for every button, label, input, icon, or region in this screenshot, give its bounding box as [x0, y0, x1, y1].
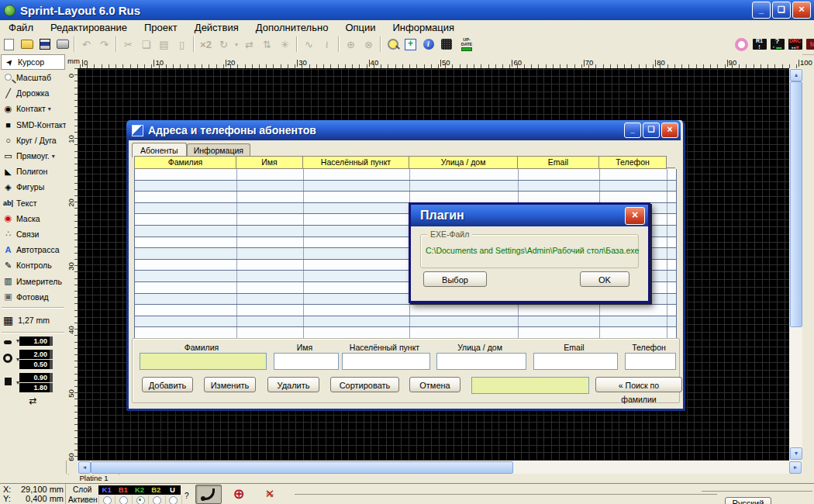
column-header-town[interactable]: Населённый пункт: [303, 156, 409, 169]
radio-layer-U[interactable]: [169, 496, 178, 504]
sidebar-tool-connections[interactable]: ∴Связи: [0, 226, 66, 242]
grid-selector[interactable]: ▦ 1,27 mm: [0, 311, 66, 330]
plugin-close-button[interactable]: ×: [625, 207, 645, 225]
dialog-maximize-button[interactable]: ❏: [643, 123, 660, 138]
dialog-minimize-button[interactable]: _: [624, 123, 641, 138]
scroll-left-button[interactable]: ◂: [78, 461, 91, 474]
table-row[interactable]: [135, 305, 676, 316]
layer-U[interactable]: U: [164, 485, 181, 495]
scroll-right-button[interactable]: ▸: [789, 461, 802, 474]
component-label-button[interactable]: R1!: [750, 36, 768, 53]
sidebar-tool-smd-pad[interactable]: ■SMD-Контакт: [0, 117, 66, 133]
horizontal-scrollbar[interactable]: ◂ ▸: [78, 461, 802, 474]
add-button[interactable]: Добавить: [142, 377, 193, 392]
rubberband-off-button[interactable]: ∿✕: [257, 485, 282, 502]
horizontal-scroll-thumb[interactable]: [91, 461, 513, 474]
sidebar-tool-test[interactable]: ✎Контроль: [0, 257, 66, 273]
column-header-surname[interactable]: Фамилия: [134, 156, 236, 169]
table-row[interactable]: [135, 169, 676, 181]
scroll-up-button[interactable]: ▴: [790, 69, 802, 81]
menu-item-options[interactable]: Опции: [336, 22, 384, 33]
sidebar-tool-photoview[interactable]: ▣Фотовид: [0, 289, 66, 305]
dialog-titlebar[interactable]: Адреса и телефоны абонентов _ ❏ ×: [126, 120, 681, 140]
connection-tool-button[interactable]: ≀: [318, 36, 336, 53]
table-row[interactable]: [135, 327, 676, 339]
sidebar-tool-zoom[interactable]: Масштаб: [0, 70, 66, 85]
menu-item-file[interactable]: Файл: [0, 22, 42, 33]
flip-vertical-button[interactable]: ⇅: [258, 36, 276, 53]
sort-button[interactable]: Сортировать: [330, 377, 399, 392]
sidebar-tool-autoroute[interactable]: AАвтотрасса: [0, 242, 66, 257]
snap-cross-button[interactable]: +: [402, 36, 419, 53]
pad-outer-value[interactable]: 2.00: [19, 350, 53, 359]
layer-K2[interactable]: K2: [131, 485, 147, 495]
tab-information[interactable]: Информация: [187, 143, 250, 157]
street-input[interactable]: [436, 353, 526, 370]
layer-K1[interactable]: K1: [98, 485, 115, 495]
properties-button[interactable]: i: [419, 36, 437, 53]
remove-button[interactable]: Удалить: [267, 377, 319, 392]
smd-height-value[interactable]: 1.80: [19, 383, 53, 392]
sidebar-tool-measure[interactable]: ▥Измеритель: [0, 273, 66, 288]
paste-button[interactable]: ▤: [155, 36, 173, 53]
new-button[interactable]: [0, 36, 18, 53]
column-header-name[interactable]: Имя: [236, 156, 303, 169]
pad-mask-button[interactable]: ⊗: [360, 36, 378, 53]
menu-item-info[interactable]: Информация: [385, 22, 464, 33]
menu-item-edit[interactable]: Редактирование: [42, 22, 136, 33]
help-mode-button[interactable]: ?▪ ▬: [768, 36, 786, 53]
sidebar-tool-polygon[interactable]: ◣Полигон: [0, 164, 66, 179]
radio-layer-B2[interactable]: [153, 496, 161, 504]
search-by-surname-button[interactable]: « Поиск по фамилии: [595, 377, 682, 392]
close-button[interactable]: ×: [792, 2, 811, 19]
language-button[interactable]: Русский: [725, 497, 771, 504]
crosshair-mode-button[interactable]: ⊕: [226, 485, 251, 502]
redo-button[interactable]: ↷: [95, 36, 113, 53]
vertical-scrollbar[interactable]: ▴ ▾: [789, 68, 802, 461]
table-row[interactable]: [135, 192, 676, 203]
sidebar-tool-mask[interactable]: ◉Маска: [0, 211, 66, 226]
plugin-titlebar[interactable]: Плагин ×: [411, 205, 648, 226]
open-button[interactable]: [18, 36, 36, 53]
sidebar-tool-cursor[interactable]: ➤Курсор: [1, 54, 65, 70]
column-header-phone[interactable]: Телефон: [599, 156, 667, 169]
edit-button[interactable]: Изменить: [204, 377, 256, 392]
pad-drill-value[interactable]: 0.50: [19, 360, 53, 369]
radio-layer-K2[interactable]: [136, 496, 145, 504]
menu-item-project[interactable]: Проект: [136, 22, 186, 33]
sidebar-tool-shapes[interactable]: ◈Фигуры: [0, 179, 66, 195]
name-input[interactable]: [274, 353, 339, 370]
chevron-down-icon[interactable]: ▾: [48, 105, 51, 112]
metallization-button[interactable]: M: [804, 36, 814, 53]
save-button[interactable]: [36, 36, 53, 53]
vertical-scroll-thumb[interactable]: [790, 81, 802, 327]
sidebar-tool-rectangle[interactable]: ▭Прямоуг.▾: [0, 148, 66, 164]
menu-item-actions[interactable]: Действия: [186, 22, 247, 33]
smd-width-value[interactable]: 0.90: [19, 373, 53, 382]
radio-layer-K1[interactable]: [103, 496, 112, 504]
wave-tool-button[interactable]: ∿: [300, 36, 318, 53]
email-input[interactable]: [533, 353, 618, 370]
drc-button[interactable]: DRC●●✖: [786, 36, 804, 53]
restore-button[interactable]: ❏: [772, 2, 791, 19]
table-row[interactable]: [135, 316, 676, 328]
phone-input[interactable]: [625, 353, 676, 370]
undo-button[interactable]: ↶: [78, 36, 95, 53]
dialog-close-button[interactable]: ×: [661, 123, 678, 138]
print-button[interactable]: [53, 36, 71, 53]
search-input[interactable]: [471, 377, 589, 394]
sidebar-tool-pad[interactable]: ◉Контакт▾: [0, 101, 66, 116]
select-button[interactable]: Выбор: [423, 271, 487, 287]
rotate-dropdown chevron-down-icon[interactable]: ▾: [233, 36, 240, 53]
zoom-all-button[interactable]: [384, 36, 402, 53]
sidebar-tool-text[interactable]: ab|Текст: [0, 195, 66, 211]
delete-button[interactable]: ▯: [173, 36, 191, 53]
layer-B2[interactable]: B2: [148, 485, 164, 495]
track-mode-button[interactable]: [195, 485, 222, 504]
duplicate-button[interactable]: ×2: [197, 36, 215, 53]
track-width-value[interactable]: 1.00: [19, 337, 53, 346]
scroll-down-button[interactable]: ▾: [790, 447, 802, 460]
align-button[interactable]: ✳: [276, 36, 294, 53]
layer-B1[interactable]: B1: [115, 485, 131, 495]
column-header-email[interactable]: Email: [518, 156, 599, 169]
